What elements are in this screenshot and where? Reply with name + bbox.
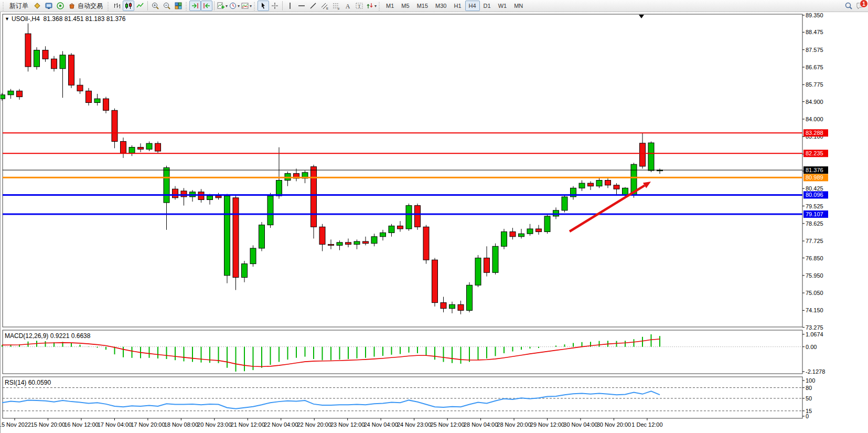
timeframe-d1-button[interactable]: D1 bbox=[480, 1, 495, 11]
linechart-icon bbox=[136, 2, 144, 10]
ohlc-values: 81.368 81.451 81.183 81.376 bbox=[44, 15, 126, 23]
timeframe-m30-button[interactable]: M30 bbox=[432, 1, 450, 11]
vertical-line-button[interactable] bbox=[284, 1, 296, 11]
chartshift-icon bbox=[202, 2, 211, 10]
timeframe-h1-button[interactable]: H1 bbox=[450, 1, 465, 11]
chart-title-dropdown-icon[interactable]: ▼ bbox=[5, 16, 9, 22]
svg-text:75.050: 75.050 bbox=[806, 290, 823, 296]
dropdown-arrow-icon[interactable]: ▾ bbox=[226, 4, 228, 8]
svg-text:74.150: 74.150 bbox=[806, 307, 823, 313]
candle-body bbox=[623, 188, 628, 195]
terminal-button[interactable] bbox=[43, 1, 55, 11]
timeframe-mn-button[interactable]: MN bbox=[510, 1, 527, 11]
svg-text:50: 50 bbox=[806, 395, 812, 402]
crosshair-button[interactable] bbox=[269, 1, 281, 11]
indicator-windows-button[interactable]: ▾ bbox=[240, 1, 252, 11]
dropdown-arrow-icon[interactable]: ▾ bbox=[238, 4, 240, 8]
candle-body bbox=[216, 196, 221, 198]
timeframe-m1-button[interactable]: M1 bbox=[382, 1, 398, 11]
toolbar-grip[interactable] bbox=[185, 1, 188, 10]
chart-canvas[interactable]: 89.35088.47587.57586.67585.77584.90084.0… bbox=[1, 12, 868, 433]
candle-body bbox=[536, 229, 542, 232]
chart-shift-button[interactable] bbox=[201, 1, 212, 11]
candlestick-chart-button[interactable] bbox=[123, 1, 134, 11]
candle-body bbox=[484, 258, 490, 273]
svg-text:78.625: 78.625 bbox=[806, 220, 823, 227]
horizontal-line-button[interactable] bbox=[296, 1, 307, 11]
svg-text:24 Nov 04:00: 24 Nov 04:00 bbox=[363, 421, 398, 428]
text-label-button[interactable]: T bbox=[353, 1, 365, 11]
timeframe-m15-button[interactable]: M15 bbox=[413, 1, 432, 11]
cursor-button[interactable] bbox=[258, 1, 269, 11]
toolbar-grip[interactable] bbox=[107, 1, 110, 10]
diamond-icon bbox=[33, 2, 41, 10]
candle-body bbox=[588, 183, 594, 186]
chart-title: ▼USOil-,H4 81.368 81.451 81.183 81.376 bbox=[5, 15, 125, 23]
dropdown-arrow-icon[interactable]: ▾ bbox=[250, 4, 252, 8]
macd-pane[interactable] bbox=[3, 330, 802, 374]
dropdown-arrow-icon[interactable]: ▾ bbox=[374, 4, 377, 8]
new-chart-button[interactable]: ▾ bbox=[216, 1, 228, 11]
search-icon bbox=[844, 2, 853, 10]
chart-window[interactable]: 89.35088.47587.57586.67585.77584.90084.0… bbox=[0, 12, 868, 433]
time-axis[interactable]: 15 Nov 202215 Nov 20:0016 Nov 12:0017 No… bbox=[1, 418, 663, 428]
auto-trading-button[interactable]: 自动交易 bbox=[66, 1, 106, 11]
trendline-button[interactable] bbox=[307, 1, 319, 11]
rsi-pane[interactable] bbox=[3, 377, 802, 418]
zoom-out-button[interactable] bbox=[161, 1, 173, 11]
candle-body bbox=[527, 229, 533, 234]
symbol-period-label: USOil-,H4 bbox=[12, 15, 40, 23]
timeframe-h4-button[interactable]: H4 bbox=[465, 1, 480, 11]
zoom-in-button[interactable] bbox=[149, 1, 161, 11]
candle-body bbox=[198, 192, 204, 200]
candle-body bbox=[380, 233, 386, 236]
candle-body bbox=[233, 198, 239, 278]
candle-body bbox=[94, 99, 100, 102]
pane-frames bbox=[3, 14, 802, 418]
auto-scroll-button[interactable] bbox=[189, 1, 201, 11]
candle-body bbox=[60, 55, 66, 69]
candle-body bbox=[510, 232, 516, 237]
svg-text:84.900: 84.900 bbox=[806, 99, 823, 105]
fibonacci-button[interactable]: F bbox=[330, 1, 342, 11]
candle-body bbox=[77, 85, 83, 91]
equidistant-channel-button[interactable]: E bbox=[319, 1, 330, 11]
text-button[interactable]: A bbox=[342, 1, 353, 11]
toolbar-grip[interactable] bbox=[378, 1, 381, 10]
timeframe-m5-button[interactable]: M5 bbox=[398, 1, 413, 11]
new-order-button[interactable]: 新订单 bbox=[6, 1, 31, 11]
candle-body bbox=[207, 196, 213, 199]
periods-button[interactable]: ▾ bbox=[228, 1, 240, 11]
candle-body bbox=[319, 227, 325, 244]
timeframe-w1-button[interactable]: W1 bbox=[495, 1, 511, 11]
tile-windows-button[interactable] bbox=[173, 1, 184, 11]
alerts-button[interactable] bbox=[31, 1, 43, 11]
trend-icon bbox=[309, 2, 317, 10]
svg-text:18 Nov 08:00: 18 Nov 08:00 bbox=[164, 421, 198, 428]
tiles-icon bbox=[174, 2, 183, 10]
svg-text:30 Nov 20:00: 30 Nov 20:00 bbox=[597, 421, 631, 428]
bar-chart-button[interactable] bbox=[111, 1, 123, 11]
svg-text:85.775: 85.775 bbox=[806, 81, 823, 88]
search-button[interactable] bbox=[843, 1, 854, 11]
svg-text:80.096: 80.096 bbox=[806, 192, 823, 198]
arrows-button[interactable]: ▾ bbox=[365, 1, 377, 11]
candle-body bbox=[138, 147, 144, 150]
svg-text:23 Nov 12:00: 23 Nov 12:00 bbox=[330, 421, 365, 428]
labelt-icon: T bbox=[355, 2, 363, 10]
candle-body bbox=[112, 110, 117, 141]
main-pane[interactable] bbox=[3, 14, 802, 327]
toolbar-grip[interactable] bbox=[2, 1, 5, 10]
svg-text:21 Nov 12:00: 21 Nov 12:00 bbox=[231, 421, 265, 428]
signals-button[interactable] bbox=[55, 1, 66, 11]
candle-body bbox=[242, 264, 248, 278]
svg-text:83.288: 83.288 bbox=[806, 130, 823, 136]
candle-body bbox=[173, 189, 178, 198]
crosshair-icon bbox=[271, 2, 279, 10]
line-chart-button[interactable] bbox=[134, 1, 146, 11]
cart-icon bbox=[68, 2, 76, 10]
notifications-button[interactable]: 1 bbox=[854, 1, 866, 11]
candle-body bbox=[562, 197, 567, 210]
candle-body bbox=[398, 226, 403, 229]
toolbar-grip[interactable] bbox=[253, 1, 256, 10]
